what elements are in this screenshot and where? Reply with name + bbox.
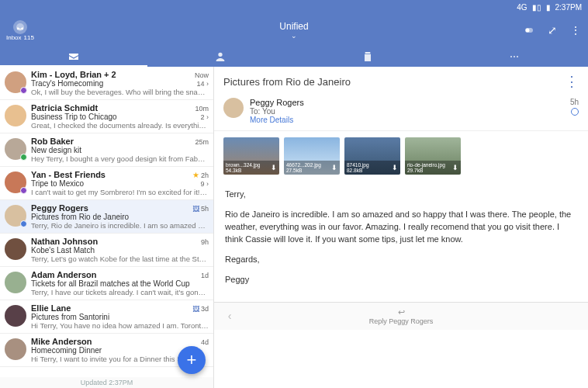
download-icon[interactable]: ⬇: [331, 164, 337, 171]
attachment-thumbnail[interactable]: 87410.jpg82.8kB⬇: [344, 137, 400, 175]
subject-label: Business Trip to Chicago: [31, 113, 117, 121]
more-details-link[interactable]: More Details: [250, 116, 564, 124]
body-greeting: Terry,: [225, 189, 577, 201]
time-label: 🖼 5h: [192, 205, 209, 213]
download-icon[interactable]: ⬇: [271, 164, 277, 171]
reply-label: Reply Peggy Rogers: [369, 317, 434, 325]
body-paragraph: Rio de Janeiro is incredible. I am so am…: [225, 209, 577, 246]
app-bar: Inbox 115 Unified ⌄ ⤢ ⋮: [0, 14, 588, 47]
reader-subject: Pictures from Rio de Janeiro: [223, 76, 351, 88]
subject-label: Kobe's Last Match: [31, 246, 95, 255]
thread-count: 14 ›: [196, 80, 209, 88]
tab-tasks[interactable]: [294, 47, 441, 67]
attachment-filename: 46672...202.jpg27.5kB: [286, 162, 321, 173]
from-label: Yan - Best Friends: [31, 170, 105, 179]
compose-fab[interactable]: +: [178, 346, 206, 374]
attachment-badge-icon: 🖼: [192, 205, 199, 213]
preview-label: Great, I checked the documents already. …: [31, 121, 209, 130]
inbox-account-button[interactable]: Inbox 115: [6, 20, 34, 41]
avatar[interactable]: [5, 205, 26, 227]
sender-avatar[interactable]: [223, 98, 244, 118]
message-body: Terry, Rio de Janeiro is incredible. I a…: [214, 181, 588, 302]
thread-count: 2 ›: [200, 113, 209, 121]
time-label: Now: [195, 71, 209, 79]
chevron-down-icon: ⌄: [279, 32, 308, 40]
attachment-badge-icon: 🖼: [192, 305, 199, 313]
reply-icon: ↩: [398, 307, 405, 317]
svg-point-4: [514, 56, 515, 57]
message-row[interactable]: Ellie Lane🖼 3dPictures from SantoriniHi …: [0, 300, 213, 334]
recipient-label: To: You: [250, 107, 564, 116]
avatar[interactable]: [5, 338, 26, 360]
from-label: Kim - Loyd, Brian + 2: [31, 70, 116, 79]
download-icon[interactable]: ⬇: [452, 164, 458, 171]
message-list-pane: Kim - Loyd, Brian + 2NowTracy's Homecomi…: [0, 67, 214, 388]
avatar[interactable]: [5, 305, 26, 327]
battery-icon: ▮: [546, 3, 551, 12]
time-label: 25m: [195, 138, 209, 146]
preview-label: I can't wait to get my Sombrero! I'm so …: [31, 188, 209, 196]
attachment-thumbnail[interactable]: brown...324.jpg54.3kB⬇: [223, 137, 279, 175]
avatar[interactable]: [5, 138, 26, 160]
reader-more-icon[interactable]: ⋮: [565, 73, 579, 90]
signal-icon: ▮▯: [532, 3, 541, 12]
attachment-filename: brown...324.jpg54.3kB: [226, 162, 260, 173]
preview-label: Terry, I have our tickets already. I can…: [31, 288, 209, 296]
subject-label: New design kit: [31, 146, 81, 154]
avatar[interactable]: [5, 71, 26, 93]
avatar[interactable]: [5, 105, 26, 126]
message-row[interactable]: Nathan Johnson9hKobe's Last MatchTerry, …: [0, 234, 213, 267]
preview-label: Terry, Let's go watch Kobe for the last …: [31, 255, 209, 263]
subject-label: Pictures from Santorini: [31, 313, 109, 321]
preview-label: Hey Terry, I bought a very good design k…: [31, 154, 209, 163]
from-label: Peggy Rogers: [31, 203, 88, 213]
time-label: 4d: [201, 338, 209, 346]
avatar[interactable]: [5, 272, 26, 293]
from-label: Patricia Schmidt: [31, 103, 98, 113]
from-label: Ellie Lane: [31, 303, 71, 313]
thread-count: 9 ›: [200, 180, 209, 188]
fullscreen-icon[interactable]: ⤢: [546, 24, 559, 36]
message-row[interactable]: Kim - Loyd, Brian + 2NowTracy's Homecomi…: [0, 67, 213, 100]
message-row[interactable]: Peggy Rogers🖼 5hPictures from Rio de Jan…: [0, 200, 213, 234]
avatar[interactable]: [5, 171, 26, 193]
message-row[interactable]: Patricia Schmidt10mBusiness Trip to Chic…: [0, 100, 213, 133]
time-label: ★ 2h: [192, 171, 209, 179]
tab-people[interactable]: [147, 47, 295, 67]
attachment-thumbnail[interactable]: rio-de-janeiro.jpg29.7kB⬇: [405, 137, 461, 175]
inbox-count: 115: [24, 34, 34, 41]
time-label: 9h: [201, 238, 209, 246]
preview-label: Ok, I will buy the beverages. Who will b…: [31, 88, 209, 96]
tab-more[interactable]: [441, 47, 589, 67]
account-toggle-button[interactable]: [523, 24, 535, 36]
attachment-filename: 87410.jpg82.8kB: [347, 162, 369, 173]
reader-pane: Pictures from Rio de Janeiro ⋮ Peggy Rog…: [214, 67, 588, 388]
inbox-label: Inbox: [6, 34, 22, 41]
preview-label: Terry, Rio de Janeiro is incredible. I a…: [31, 221, 209, 230]
overflow-menu-icon[interactable]: ⋮: [569, 24, 582, 36]
attachment-thumbnail[interactable]: 46672...202.jpg27.5kB⬇: [284, 137, 340, 175]
clock-label: 2:37PM: [555, 3, 582, 12]
subject-label: Pictures from Rio de Janeiro: [31, 213, 129, 221]
from-label: Mike Anderson: [31, 337, 92, 346]
unread-indicator-icon[interactable]: [571, 108, 579, 116]
svg-point-3: [510, 56, 512, 57]
download-icon[interactable]: ⬇: [392, 164, 398, 171]
reply-bar[interactable]: ‹ ↩ Reply Peggy Rogers: [214, 302, 588, 330]
back-icon[interactable]: ‹: [219, 310, 240, 322]
subject-label: Tickets for all Brazil matches at the Wo…: [31, 279, 190, 288]
svg-point-0: [16, 23, 24, 31]
message-time: 5h: [570, 98, 579, 106]
inbox-account-icon: [13, 20, 27, 34]
mailbox-selector[interactable]: Unified ⌄: [279, 21, 308, 40]
from-label: Rob Baker: [31, 137, 74, 146]
message-row[interactable]: Adam Anderson1dTickets for all Brazil ma…: [0, 267, 213, 300]
sender-name: Peggy Rogers: [250, 98, 564, 107]
avatar[interactable]: [5, 238, 26, 260]
tabs-bar: [0, 47, 588, 67]
message-row[interactable]: Yan - Best Friends★ 2hTripe to Mexico9 ›…: [0, 167, 213, 200]
message-row[interactable]: Rob Baker25mNew design kitHey Terry, I b…: [0, 133, 213, 167]
svg-point-5: [517, 56, 518, 57]
subject-label: Tripe to Mexico: [31, 179, 84, 188]
tab-mail[interactable]: [0, 47, 147, 67]
